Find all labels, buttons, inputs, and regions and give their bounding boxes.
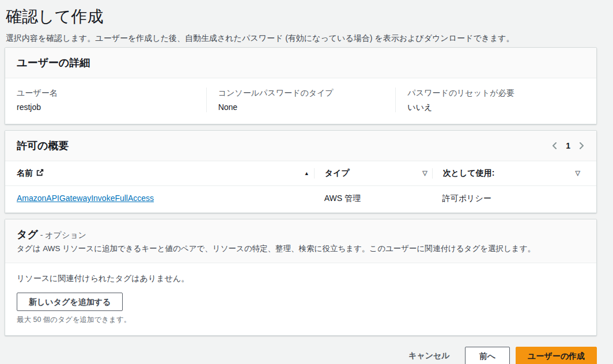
previous-page-icon[interactable] <box>551 142 558 150</box>
field-user-name: ユーザー名 restjob <box>17 88 206 112</box>
tags-title-suffix: - オプション <box>38 230 86 240</box>
permissions-summary-card: 許可の概要 1 名前 <box>5 130 597 213</box>
tags-card: タグ - オプション タグは AWS リソースに追加できるキーと値のペアで、リソ… <box>5 219 597 336</box>
sort-ascending-icon: ▲ <box>304 170 309 176</box>
external-link-icon <box>36 169 44 178</box>
field-value: いいえ <box>407 102 585 112</box>
user-details-card: ユーザーの詳細 ユーザー名 restjob コンソールパスワードのタイプ Non… <box>5 47 597 124</box>
policy-used-as-cell: 許可ポリシー <box>432 194 585 204</box>
user-details-title: ユーザーの詳細 <box>17 57 90 69</box>
field-password-reset-required: パスワードのリセットが必要 いいえ <box>395 88 585 112</box>
create-user-button[interactable]: ユーザーの作成 <box>516 347 597 364</box>
tags-limit-hint: 最大 50 個のタグを追加できます。 <box>17 315 585 325</box>
cancel-button[interactable]: キャンセル <box>408 347 450 364</box>
page-header: 確認して作成 選択内容を確認します。ユーザーを作成した後、自動生成されたパスワー… <box>5 0 597 47</box>
policy-type-cell: AWS 管理 <box>314 194 432 204</box>
tags-header: タグ - オプション タグは AWS リソースに追加できるキーと値のペアで、リソ… <box>5 219 596 263</box>
policy-name-link[interactable]: AmazonAPIGatewayInvokeFullAccess <box>17 194 154 203</box>
field-label: コンソールパスワードのタイプ <box>218 88 396 98</box>
tags-body: リソースに関連付けられたタグはありません。 新しいタグを追加する 最大 50 個… <box>5 263 596 335</box>
current-page-number[interactable]: 1 <box>566 141 570 150</box>
field-value: None <box>218 102 396 112</box>
tags-title: タグ <box>17 229 38 240</box>
review-create-page: 確認して作成 選択内容を確認します。ユーザーを作成した後、自動生成されたパスワー… <box>5 0 597 364</box>
next-page-icon[interactable] <box>578 142 585 150</box>
footer-actions: キャンセル 前へ ユーザーの作成 <box>5 347 597 364</box>
column-used-as-label: 次として使用: <box>443 168 495 179</box>
field-label: パスワードのリセットが必要 <box>407 88 585 98</box>
column-name-label: 名前 <box>17 168 33 179</box>
page-subtitle: 選択内容を確認します。ユーザーを作成した後、自動生成されたパスワード (有効にな… <box>6 32 596 44</box>
previous-step-button[interactable]: 前へ <box>465 347 510 364</box>
field-label: ユーザー名 <box>17 88 206 98</box>
field-value: restjob <box>17 102 206 112</box>
page-title: 確認して作成 <box>6 7 596 26</box>
tags-description: タグは AWS リソースに追加できるキーと値のペアで、リソースの特定、整理、検索… <box>17 244 585 254</box>
user-details-header: ユーザーの詳細 <box>5 48 596 78</box>
policy-name-cell: AmazonAPIGatewayInvokeFullAccess <box>17 194 314 204</box>
tags-empty-message: リソースに関連付けられたタグはありません。 <box>17 274 585 284</box>
sort-inactive-icon: ▽ <box>422 169 427 177</box>
column-header-used-as[interactable]: 次として使用: ▽ <box>432 168 585 179</box>
permissions-summary-title: 許可の概要 <box>17 139 69 152</box>
add-new-tag-button[interactable]: 新しいタグを追加する <box>17 293 123 311</box>
policy-table-row: AmazonAPIGatewayInvokeFullAccess AWS 管理 … <box>5 186 596 213</box>
column-header-type[interactable]: タイプ ▽ <box>314 168 432 179</box>
column-type-label: タイプ <box>325 168 350 179</box>
permissions-summary-header: 許可の概要 1 <box>5 131 596 161</box>
field-console-password-type: コンソールパスワードのタイプ None <box>206 88 396 112</box>
pagination: 1 <box>551 141 585 150</box>
policy-table-header: 名前 ▲ タイプ ▽ 次として使用: ▽ <box>5 161 596 186</box>
user-details-body: ユーザー名 restjob コンソールパスワードのタイプ None パスワードの… <box>5 78 596 124</box>
column-header-name[interactable]: 名前 ▲ <box>17 168 314 179</box>
sort-inactive-icon: ▽ <box>576 169 580 177</box>
